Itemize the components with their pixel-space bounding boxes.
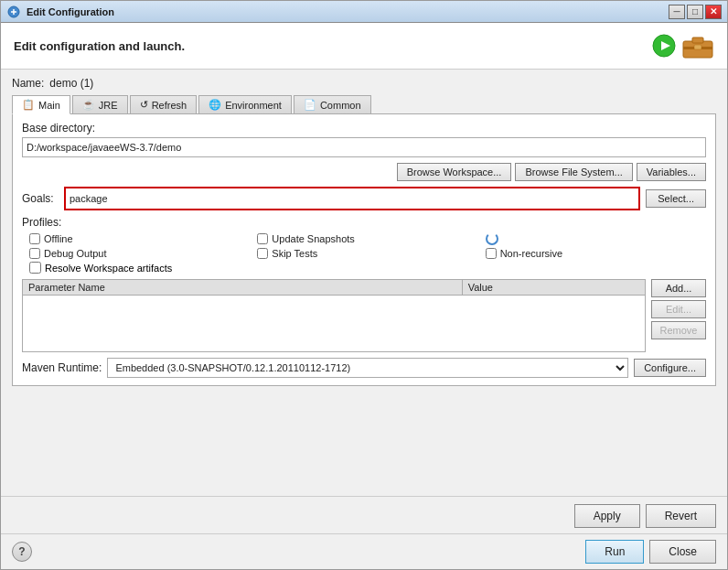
browse-workspace-button[interactable]: Browse Workspace... [397,163,512,181]
profiles-section: Profiles: Offline Update Snapshots [22,216,706,274]
params-table: Parameter Name Value [22,279,646,352]
minimize-button[interactable]: ─ [669,5,685,19]
offline-checkbox-item[interactable]: Offline [29,232,250,245]
title-bar: Edit Configuration ─ □ ✕ [1,1,727,23]
tab-main[interactable]: 📋 Main [12,95,70,114]
browse-filesystem-button[interactable]: Browse File System... [515,163,632,181]
close-window-button[interactable]: ✕ [705,5,722,19]
bottom-buttons-row: Apply Revert [1,496,727,533]
browse-buttons-row: Browse Workspace... Browse File System..… [22,163,706,181]
skip-tests-checkbox[interactable] [257,248,268,259]
update-snapshots-checkbox-item[interactable]: Update Snapshots [257,232,477,245]
window-title: Edit Configuration [27,6,669,17]
help-button[interactable]: ? [12,542,32,562]
debug-output-checkbox[interactable] [29,248,40,259]
base-directory-label: Base directory: [22,122,706,134]
goals-row: Goals: Select... [22,187,706,210]
common-tab-icon: 📄 [304,99,316,111]
main-tab-icon: 📋 [22,99,35,111]
maven-runtime-label: Maven Runtime: [22,361,102,374]
edit-button[interactable]: Edit... [651,300,706,318]
configure-button[interactable]: Configure... [634,359,706,377]
maven-runtime-row: Maven Runtime: Embedded (3.0-SNAPSHOT/0.… [22,358,706,378]
update-snapshots-checkbox[interactable] [257,233,268,244]
toolbox-icon [681,32,714,59]
header-text: Edit configuration and launch. [14,39,185,53]
window-controls: ─ □ ✕ [669,5,722,19]
run-button[interactable]: Run [585,540,644,564]
debug-output-checkbox-item[interactable]: Debug Output [29,248,250,259]
resolve-workspace-checkbox[interactable] [29,262,41,274]
footer-right-buttons: Run Close [585,540,716,564]
header-icons [652,32,714,59]
environment-tab-icon: 🌐 [209,99,221,111]
tab-environment[interactable]: 🌐 Environment [198,95,292,113]
variables-button[interactable]: Variables... [637,163,706,181]
checkboxes-grid: Offline Update Snapshots Debug Output [22,232,706,259]
apply-button[interactable]: Apply [574,504,640,528]
window-icon [6,5,21,19]
revert-button[interactable]: Revert [646,504,716,528]
non-recursive-checkbox-item[interactable]: Non-recursive [486,248,706,259]
base-directory-input[interactable] [22,137,706,157]
name-label: Name: [12,77,44,90]
loading-spinner [486,232,498,245]
add-button[interactable]: Add... [651,279,706,297]
form-panel: Base directory: Browse Workspace... Brow… [12,114,716,386]
name-value: demo (1) [49,77,93,90]
footer: ? Run Close [1,533,727,569]
resolve-workspace-row: Resolve Workspace artifacts [22,262,706,274]
remove-button[interactable]: Remove [651,321,706,339]
svg-rect-6 [694,45,701,49]
empty-table-row [23,296,646,352]
maximize-button[interactable]: □ [687,5,703,19]
base-directory-row: Base directory: [22,122,706,157]
tab-jre[interactable]: ☕ JRE [72,95,128,113]
non-recursive-checkbox[interactable] [486,248,497,259]
jre-tab-icon: ☕ [82,99,95,111]
goals-label: Goals: [22,192,59,205]
run-icon [652,34,676,58]
select-button[interactable]: Select... [646,189,706,208]
tab-bar: 📋 Main ☕ JRE ↺ Refresh 🌐 Environment 📄 C… [12,95,716,114]
param-name-header: Parameter Name [23,280,463,296]
close-button[interactable]: Close [649,540,716,564]
offline-checkbox[interactable] [29,233,40,244]
main-content: Name: demo (1) 📋 Main ☕ JRE ↺ Refresh 🌐 … [1,70,727,496]
table-action-buttons: Add... Edit... Remove [651,279,706,352]
params-table-container: Parameter Name Value [22,279,646,352]
refresh-tab-icon: ↺ [140,99,148,111]
goals-input-wrapper [64,187,640,210]
name-row: Name: demo (1) [12,77,716,90]
svg-rect-4 [692,38,703,43]
maven-runtime-select[interactable]: Embedded (3.0-SNAPSHOT/0.12.1.20110112-1… [107,358,628,378]
skip-tests-checkbox-item[interactable]: Skip Tests [257,248,477,259]
tab-refresh[interactable]: ↺ Refresh [130,95,198,113]
profiles-label: Profiles: [22,216,706,229]
edit-configuration-window: Edit Configuration ─ □ ✕ Edit configurat… [0,0,728,570]
param-value-header: Value [462,280,645,296]
tab-common[interactable]: 📄 Common [294,95,371,113]
goals-input[interactable] [66,188,638,209]
header-area: Edit configuration and launch. [1,23,727,70]
params-table-section: Parameter Name Value Add... [22,279,706,352]
